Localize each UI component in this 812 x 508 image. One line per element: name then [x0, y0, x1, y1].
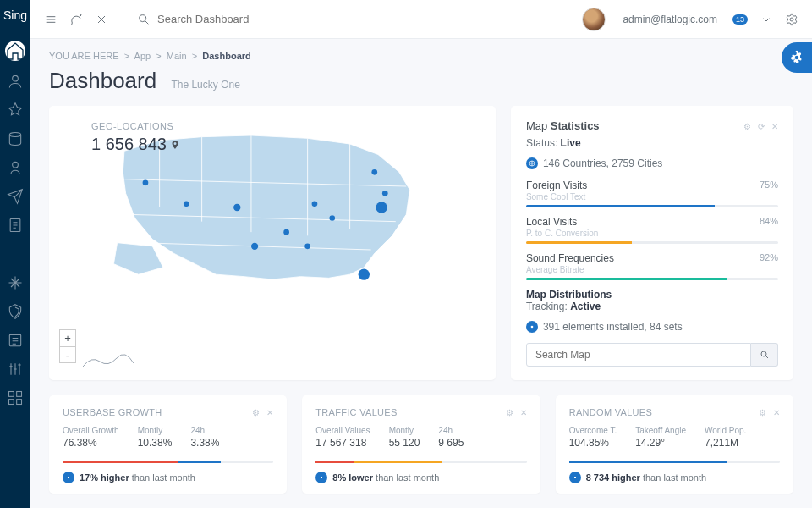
stat-value: 9 695: [438, 437, 464, 449]
metric-name: Sound Frequencies: [526, 252, 614, 264]
geo-value: 1 656 843: [91, 135, 180, 154]
card-title: RANDOM VALUES: [569, 407, 652, 417]
distributions-title: Map Distributions: [526, 289, 778, 301]
stat-label: Overall Growth: [63, 426, 119, 435]
sidebar-item-dashboard[interactable]: [5, 41, 25, 61]
notification-badge[interactable]: 13: [732, 14, 748, 25]
stat-value: 14.29°: [635, 437, 686, 449]
metric-sub: Average Bitrate: [526, 265, 614, 274]
svg-point-13: [233, 204, 240, 211]
progress-bar: [526, 278, 778, 280]
svg-rect-8: [17, 400, 22, 405]
sidebar-item-package[interactable]: [7, 130, 24, 147]
stat-value: 104.85%: [569, 437, 617, 449]
theme-settings-button[interactable]: [782, 42, 812, 73]
summary-card: USERBASE GROWTH⚙✕Overall Growth76.38%Mon…: [49, 395, 287, 494]
stat-label: 24h: [438, 426, 464, 435]
card-refresh-icon[interactable]: ⟳: [758, 122, 765, 131]
search-map-input[interactable]: [526, 343, 751, 367]
svg-rect-6: [17, 392, 22, 397]
settings-icon[interactable]: [785, 13, 798, 26]
sidebar-item-user[interactable]: [7, 159, 24, 176]
sidebar-item-core[interactable]: [7, 274, 24, 291]
stat-label: Montly: [138, 426, 173, 435]
sidebar-item-ecommerce[interactable]: [7, 102, 24, 119]
distributions-summary: 391 elements installed, 84 sets: [526, 321, 778, 333]
card-close-icon[interactable]: ✕: [771, 122, 778, 131]
breadcrumb-main[interactable]: Main: [167, 51, 187, 61]
card-settings-icon[interactable]: ⚙: [506, 408, 513, 417]
search-map: [526, 343, 778, 367]
tracking-row: Tracking: Active: [526, 301, 778, 312]
svg-point-19: [359, 269, 370, 280]
stat-label: Overall Values: [315, 426, 370, 435]
metric-pct: 84%: [760, 216, 778, 238]
card-footer: 8 734 higher than last month: [569, 472, 780, 483]
svg-rect-7: [9, 400, 14, 405]
progress-bar: [63, 461, 273, 463]
user-email[interactable]: admin@flatlogic.com: [623, 14, 717, 25]
svg-point-14: [251, 243, 258, 250]
breadcrumb: YOU ARE HERE > App > Main > Dashboard: [49, 51, 793, 61]
zoom-in-button[interactable]: +: [59, 329, 76, 346]
search-input[interactable]: [157, 13, 326, 25]
refresh-icon[interactable]: [69, 13, 83, 26]
header: admin@flatlogic.com 13: [30, 0, 812, 39]
card-controls: ⚙ ⟳ ✕: [743, 122, 778, 131]
card-title: USERBASE GROWTH: [63, 407, 162, 417]
search-map-button[interactable]: [751, 343, 778, 367]
stat-label: 24h: [190, 426, 219, 435]
stats-title: Map Statistics: [526, 119, 600, 132]
progress-bar: [526, 205, 778, 207]
svg-point-21: [382, 190, 388, 196]
svg-rect-5: [9, 392, 14, 397]
metric-pct: 75%: [760, 179, 778, 202]
main-area: admin@flatlogic.com 13 YOU ARE HERE > Ap…: [30, 0, 812, 508]
svg-point-18: [329, 215, 335, 221]
stat-label: Takeoff Angle: [635, 426, 686, 435]
stat-value: 3.38%: [190, 437, 219, 449]
breadcrumb-current: Dashboard: [202, 51, 250, 61]
metric-row: Sound FrequenciesAverage Bitrate92%: [526, 252, 778, 280]
card-close-icon[interactable]: ✕: [266, 408, 273, 417]
svg-point-17: [312, 202, 318, 207]
stat-label: World Pop.: [705, 426, 746, 435]
gear-badge-icon: [526, 321, 538, 333]
page-subtitle: The Lucky One: [171, 79, 239, 91]
sidebar-item-grid[interactable]: [7, 389, 24, 406]
metric-row: Foreign VisitsSome Cool Text75%: [526, 179, 778, 207]
svg-point-11: [143, 180, 149, 186]
sidebar-item-email[interactable]: [7, 188, 24, 205]
avatar[interactable]: [582, 8, 606, 31]
breadcrumb-app[interactable]: App: [134, 51, 151, 61]
zoom-out-button[interactable]: -: [59, 346, 76, 363]
close-icon[interactable]: [95, 13, 108, 26]
svg-point-9: [140, 14, 146, 21]
pin-icon: [170, 138, 180, 152]
card-settings-icon[interactable]: ⚙: [759, 408, 766, 417]
trend-icon: [63, 472, 74, 483]
summary-card: TRAFFIC VALUES⚙✕Overall Values17 567 318…: [302, 395, 540, 494]
sidebar-item-forms[interactable]: [7, 332, 24, 349]
sidebar-item-documentation[interactable]: [7, 217, 24, 234]
metric-name: Foreign Visits: [526, 179, 587, 191]
countries-summary: 146 Countries, 2759 Cities: [526, 157, 778, 169]
content: YOU ARE HERE > App > Main > Dashboard Da…: [30, 39, 812, 508]
menu-toggle-icon[interactable]: [44, 13, 58, 26]
metric-sub: Some Cool Text: [526, 192, 587, 202]
metric-sub: P. to C. Conversion: [526, 229, 598, 238]
stat-value: 10.38%: [138, 437, 173, 449]
map-statistics-card: Map Statistics ⚙ ⟳ ✕ Status: Live 146: [511, 106, 793, 380]
svg-point-20: [376, 202, 387, 213]
card-close-icon[interactable]: ✕: [773, 408, 780, 417]
card-settings-icon[interactable]: ⚙: [743, 122, 751, 131]
sidebar-item-profile[interactable]: [7, 73, 24, 90]
search-icon[interactable]: [137, 13, 151, 26]
card-settings-icon[interactable]: ⚙: [252, 408, 260, 417]
status-row: Status: Live: [526, 137, 778, 149]
sidebar-item-charts[interactable]: [7, 361, 24, 378]
sidebar-item-ui[interactable]: [7, 303, 24, 320]
chevron-down-icon[interactable]: [760, 13, 773, 26]
card-footer: 8% lower than last month: [315, 472, 526, 483]
card-close-icon[interactable]: ✕: [520, 408, 527, 417]
